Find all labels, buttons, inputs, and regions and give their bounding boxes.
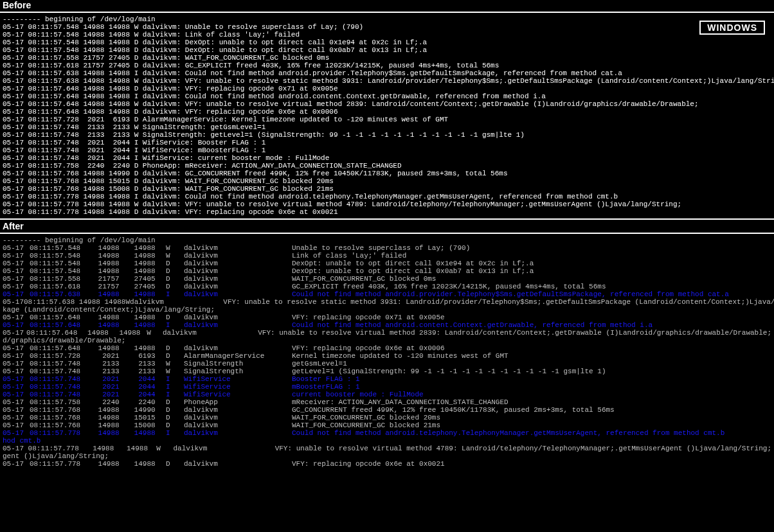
log-line: 05-17 08:11:57.648 14988 14988 I dalvikv… [3, 93, 771, 100]
log-line: 05-1708:11:57.768 14988 14990Ddalvikvm G… [3, 406, 771, 414]
before-label: Before [0, 0, 774, 10]
log-line: 05-1708:11:57.638 14988 14988Idalvikvm C… [3, 290, 771, 298]
log-line: 05-17 08:11:57.638 14988 14988 I dalvikv… [3, 69, 771, 77]
log-line: 05-1708:11:57.778 14988 14988Wdalvikvm V… [3, 445, 771, 452]
log-header: --------- beginning of /dev/log/main [3, 236, 771, 244]
log-line: 05-1708:11:57.648 14988 14988Ddalvikvm V… [3, 344, 771, 352]
log-line: 05-17 08:11:57.768 14988 14990 D dalvikv… [3, 170, 771, 177]
windows-badge: WINDOWS [699, 21, 765, 35]
log-line: 05-17 08:11:57.748 2021 2044 I WifiServi… [3, 139, 771, 146]
log-line: 05-1708:11:57.748 2021 2044IWifiService … [3, 383, 771, 391]
log-line: 05-17 08:11:57.648 14988 14988 D dalvikv… [3, 85, 771, 93]
divider-top [0, 12, 774, 13]
log-line: 05-1708:11:57.548 14988 14988Ddalvikvm D… [3, 267, 771, 275]
after-log: --------- beginning of /dev/log/main05-1… [0, 235, 774, 469]
log-line: 05-1708:11:57.748 2021 2044IWifiService … [3, 391, 771, 398]
log-line: 05-1708:11:57.748 2133 2133WSignalStreng… [3, 360, 771, 368]
log-line: 05-17 08:11:57.748 2021 2044 I WifiServi… [3, 146, 771, 154]
log-line-wrap: hod cmt.b [3, 437, 771, 445]
log-line: 05-17 08:11:57.618 21757 27405 D dalvikv… [3, 62, 771, 69]
log-line: 05-17 08:11:57.778 14988 14988 I dalvikv… [3, 193, 771, 200]
log-line: 05-1708:11:57.758 2240 2240DPhoneApp mRe… [3, 398, 771, 406]
log-line-wrap: d/graphics/drawable/Drawable; [3, 337, 771, 344]
log-line: 05-17 08:11:57.778 14988 14988 W dalvikv… [3, 200, 771, 208]
log-line-wrap: kage (Landroid/content/Context;)Ljava/la… [3, 306, 771, 314]
log-line: 05-1708:11:57.558 21757 27405Ddalvikvm W… [3, 275, 771, 283]
log-line: 05-17 08:11:57.758 2240 2240 D PhoneApp:… [3, 162, 771, 170]
log-line: 05-1708:11:57.638 14988 14988Wdalvikvm V… [3, 298, 771, 306]
log-line: 05-1708:11:57.648 14988 14988Idalvikvm C… [3, 321, 771, 329]
log-line-wrap: gent ()Ljava/lang/String; [3, 452, 771, 460]
log-line: 05-17 08:11:57.548 14988 14988 D dalvikv… [3, 46, 771, 54]
log-line: 05-17 08:11:57.768 14988 15015 D dalvikv… [3, 177, 771, 185]
log-line: 05-1708:11:57.768 14988 15008Ddalvikvm W… [3, 421, 771, 429]
log-line: 05-1708:11:57.778 14988 14988Idalvikvm C… [3, 429, 771, 437]
log-line: 05-17 08:11:57.748 2021 2044 I WifiServi… [3, 154, 771, 162]
log-line: 05-17 08:11:57.778 14988 14988 D dalvikv… [3, 208, 771, 216]
log-line: 05-17 08:11:57.558 21757 27405 D dalvikv… [3, 54, 771, 62]
divider-bottom [0, 233, 774, 234]
log-line: 05-17 08:11:57.548 14988 14988 W dalvikv… [3, 23, 771, 31]
log-line: 05-1708:11:57.548 14988 14988Wdalvikvm U… [3, 244, 771, 252]
log-line: 05-1708:11:57.778 14988 14988Ddalvikvm V… [3, 460, 771, 468]
log-line: 05-1708:11:57.548 14988 14988Ddalvikvm D… [3, 260, 771, 267]
log-line: 05-17 08:11:57.548 14988 14988 W dalvikv… [3, 31, 771, 39]
before-log: --------- beginning of /dev/log/main05-1… [0, 14, 774, 217]
log-line: --------- beginning of /dev/log/main [3, 15, 771, 23]
divider-mid [0, 218, 774, 220]
log-line: 05-1708:11:57.748 2133 2133WSignalStreng… [3, 368, 771, 375]
log-line: 05-1708:11:57.618 21757 27405Ddalvikvm G… [3, 283, 771, 290]
log-line: 05-17 08:11:57.748 2133 2133 W SignalStr… [3, 123, 771, 131]
log-line: 05-1708:11:57.648 14988 14988Ddalvikvm V… [3, 314, 771, 321]
log-line: 05-1708:11:57.748 2021 2044IWifiService … [3, 375, 771, 383]
after-label: After [0, 221, 774, 231]
log-line: 05-1708:11:57.648 14988 14988Wdalvikvm V… [3, 329, 771, 337]
log-line: 05-1708:11:57.768 14988 15015Ddalvikvm W… [3, 414, 771, 421]
log-line: 05-17 08:11:57.638 14988 14988 W dalvikv… [3, 77, 771, 85]
log-line: 05-17 08:11:57.548 14988 14988 D dalvikv… [3, 39, 771, 46]
log-line: 05-17 08:11:57.728 2021 6193 D AlarmMana… [3, 116, 771, 123]
log-line: 05-17 08:11:57.648 14988 14988 W dalvikv… [3, 100, 771, 108]
log-line: 05-17 08:11:57.748 2133 2133 W SignalStr… [3, 131, 771, 139]
log-line: 05-1708:11:57.548 14988 14988Wdalvikvm L… [3, 252, 771, 260]
log-line: 05-1708:11:57.728 2021 6193DAlarmManager… [3, 352, 771, 360]
log-line: 05-17 08:11:57.768 14988 15008 D dalvikv… [3, 185, 771, 193]
log-line: 05-17 08:11:57.648 14988 14988 D dalvikv… [3, 108, 771, 116]
